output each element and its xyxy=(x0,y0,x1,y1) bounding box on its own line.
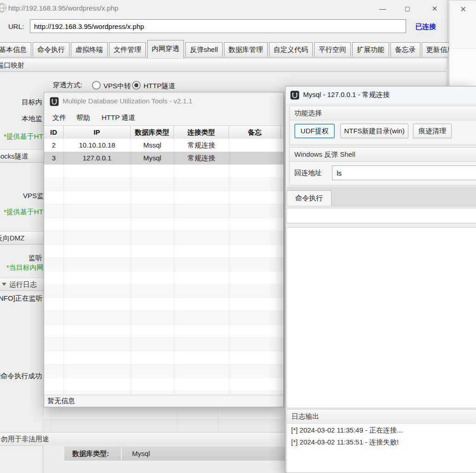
tab-custom-code[interactable]: 自定义代码 xyxy=(269,42,313,57)
mdut-menubar: 文件 帮助 HTTP 通道 xyxy=(44,111,283,125)
col-conntype[interactable]: 连接类型 xyxy=(174,126,229,139)
url-input[interactable] xyxy=(30,19,406,33)
main-tabstrip: 基本信息 命令执行 虚拟终端 文件管理 内网穿透 反弹shell 数据库管理 自… xyxy=(0,40,459,57)
col-memo[interactable]: 备忘 xyxy=(229,126,281,139)
cell-memo[interactable] xyxy=(229,139,281,152)
mdut-status-text: 暂无信息 xyxy=(47,397,75,405)
dbtype-value[interactable]: Mysql xyxy=(132,446,150,461)
log-line: [*] 2024-03-02 11:35:49 - 正在连接... xyxy=(287,424,476,436)
port-mapping-section-bar: 端口映射 xyxy=(0,58,447,72)
cell-memo[interactable] xyxy=(229,152,281,165)
connection-status[interactable]: 已连接 xyxy=(415,23,436,31)
table-row[interactable]: 2 10.10.10.18 Mssql 常规连接 xyxy=(44,139,283,152)
reverse-shell-groupbox: Windows 反弹 Shell 回连地址 xyxy=(289,147,476,186)
main-window-title: http://192.168.3.95/wordpress/x.php xyxy=(8,4,118,12)
tab-parallel-space[interactable]: 平行空间 xyxy=(314,42,351,57)
globe-icon xyxy=(0,3,6,12)
tunnel-mode-label: 穿透方式: xyxy=(53,81,82,90)
mdut-table-body: 2 10.10.10.18 Mssql 常规连接 3 127.0.0.1 Mys… xyxy=(44,139,283,396)
dbtype-separator xyxy=(121,447,122,460)
log-group-title: 日志输出 xyxy=(287,410,476,424)
tab-content-divider xyxy=(0,57,448,57)
radio-http-option[interactable]: HTTP隧道 xyxy=(132,81,175,91)
side-window-close-icon[interactable]: ✕ xyxy=(458,4,469,15)
radio-http-icon[interactable] xyxy=(132,81,141,90)
mdut-logo-icon xyxy=(50,97,59,106)
menu-http-tunnel[interactable]: HTTP 通道 xyxy=(102,114,135,122)
menu-file[interactable]: 文件 xyxy=(52,114,66,122)
runlog-line-2: ]命令执行成功 xyxy=(0,372,42,381)
log-line: [*] 2024-03-02 11:35:51 - 连接失败! xyxy=(287,436,476,448)
cell-id[interactable]: 3 xyxy=(44,152,63,165)
cell-dbtype[interactable]: Mysql xyxy=(131,152,174,165)
close-icon[interactable]: ✕ xyxy=(427,3,442,15)
http-hint-text: *提供基于HT xyxy=(4,132,43,141)
vps-listen-label: VPS监 xyxy=(23,192,44,200)
dbtype-label: 数据库类型: xyxy=(72,446,109,461)
radio-vps-option[interactable]: VPS中转 xyxy=(92,81,131,91)
mdut-logo-icon xyxy=(290,91,299,100)
mdut-statusbar: 暂无信息 xyxy=(44,395,283,407)
disclaimer-text: 勿用于非法用途 xyxy=(1,435,49,443)
mdut-window-title: Multiple Database Utilization Tools - v2… xyxy=(63,97,192,105)
table-row-selected[interactable]: 3 127.0.0.1 Mysql 常规连接 xyxy=(44,152,283,165)
ntfs-mkdir-button[interactable]: NTFS新建目录(win) xyxy=(340,124,408,138)
function-group-title: 功能选择 xyxy=(290,106,476,120)
background-table-rows xyxy=(43,407,284,432)
listen-label: 监听 xyxy=(29,254,42,262)
cell-ip[interactable]: 10.10.10.18 xyxy=(63,139,131,152)
cell-id[interactable]: 2 xyxy=(44,139,63,152)
maximize-icon[interactable]: ▢ xyxy=(400,3,415,15)
tab-database-manager[interactable]: 数据库管理 xyxy=(224,42,268,57)
tab-reverse-shell[interactable]: 反弹shell xyxy=(185,42,223,57)
target-ip-label: 目标内 xyxy=(22,98,42,107)
local-listen-label: 本地监 xyxy=(22,114,42,123)
radio-http-label[interactable]: HTTP隧道 xyxy=(143,82,175,90)
cell-conntype[interactable]: 常规连接 xyxy=(174,152,229,165)
port-mapping-section-label: 端口映射 xyxy=(0,61,24,69)
log-groupbox: 日志输出 [*] 2024-03-02 11:35:49 - 正在连接... [… xyxy=(287,409,476,473)
udf-privesc-button[interactable]: UDF提权 xyxy=(294,124,335,138)
main-window-titlebar: http://192.168.3.95/wordpress/x.php — ▢ … xyxy=(0,0,448,18)
dmz-section-label: 反向DMZ xyxy=(0,234,25,242)
tab-extensions[interactable]: 扩展功能 xyxy=(352,42,389,57)
side-window-titlebar: ✕ xyxy=(449,0,476,49)
callback-address-label: 回连地址 xyxy=(294,169,322,177)
radio-vps-icon[interactable] xyxy=(92,81,101,90)
tab-intranet-tunnel[interactable]: 内网穿透 xyxy=(147,40,184,58)
cell-ip[interactable]: 127.0.0.1 xyxy=(63,152,131,165)
menu-help[interactable]: 帮助 xyxy=(76,114,90,122)
mysql-titlebar[interactable]: Mysql - 127.0.0.1 - 常规连接 xyxy=(286,86,476,104)
mdut-titlebar[interactable]: Multiple Database Utilization Tools - v2… xyxy=(44,92,283,111)
col-ip[interactable]: IP xyxy=(63,126,131,139)
cell-dbtype[interactable]: Mssql xyxy=(131,139,174,152)
minimize-icon[interactable]: — xyxy=(375,3,390,15)
tab-memo[interactable]: 备忘录 xyxy=(390,42,420,57)
tab-file-manager[interactable]: 文件管理 xyxy=(109,42,146,57)
command-input[interactable] xyxy=(287,208,476,223)
mysql-window: Mysql - 127.0.0.1 - 常规连接 功能选择 UDF提权 NTFS… xyxy=(285,86,476,473)
col-dbtype[interactable]: 数据库类型 xyxy=(131,126,174,139)
mysql-window-title: Mysql - 127.0.0.1 - 常规连接 xyxy=(303,91,390,99)
cell-conntype[interactable]: 常规连接 xyxy=(174,139,229,152)
radio-vps-label[interactable]: VPS中转 xyxy=(103,82,131,90)
mysql-tabstrip: 命令执行 xyxy=(287,187,476,206)
command-output-area[interactable] xyxy=(287,227,476,408)
mdut-table-header[interactable]: ID IP 数据库类型 连接类型 备忘 xyxy=(44,125,283,139)
col-id[interactable]: ID xyxy=(44,126,63,139)
trace-clean-button[interactable]: 痕迹清理 xyxy=(413,124,452,138)
runlog-line-1: NFO]正在监听 xyxy=(0,294,43,303)
tab-virtual-terminal[interactable]: 虚拟终端 xyxy=(71,42,108,57)
runlog-section-label: 运行日志 xyxy=(9,280,37,288)
tab-basic-info[interactable]: 基本信息 xyxy=(0,42,31,57)
dbtype-field-row: 数据库类型: Mysql xyxy=(64,446,285,461)
socks-section-label: Socks隧道 xyxy=(0,152,29,160)
http-hint2-text: *提供基于HT xyxy=(4,208,43,217)
reverse-shell-group-title: Windows 反弹 Shell xyxy=(290,148,476,162)
collapse-triangle-icon[interactable] xyxy=(2,283,6,286)
tab-command-exec-mysql[interactable]: 命令执行 xyxy=(287,190,332,206)
tab-command-exec[interactable]: 命令执行 xyxy=(33,42,69,57)
mdut-window: Multiple Database Utilization Tools - v2… xyxy=(44,92,284,407)
callback-address-input[interactable] xyxy=(332,165,476,180)
url-label: URL: xyxy=(8,23,24,30)
